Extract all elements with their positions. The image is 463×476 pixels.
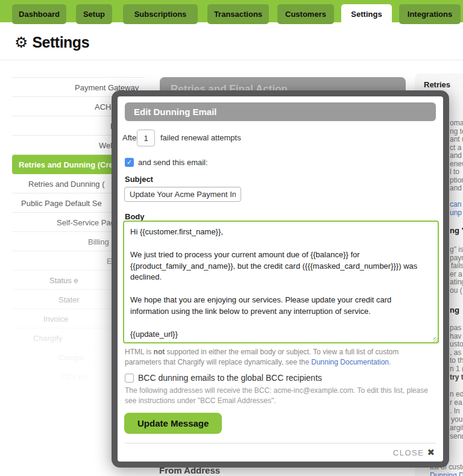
help-text-fragment: ating — [450, 278, 463, 286]
body-textarea[interactable]: Hi {{customer.first_name}}, We just trie… — [123, 221, 439, 343]
sidebar-item-label: CSV Ex — [60, 372, 88, 381]
help-text-fragment: omat — [450, 119, 463, 127]
help-text-fragment: er a — [450, 270, 462, 278]
help-text-fragment: and — [450, 184, 462, 192]
help-link-fragment[interactable]: unp — [450, 208, 462, 217]
help-text-fragment: hav — [450, 332, 461, 340]
subject-input[interactable] — [124, 187, 241, 202]
close-x-icon: ✖ — [427, 447, 435, 457]
sidebar-item-label: Invoice — [43, 315, 68, 324]
help-text-fragment: fails — [451, 261, 463, 270]
sidebar-item-label: Chargify — [33, 334, 62, 343]
send-email-label: and send this email: — [138, 158, 208, 167]
help-text-fragment: ng te — [450, 127, 463, 136]
sidebar-item-label: Public Page Default Se — [21, 199, 102, 208]
dunning-documentation-link[interactable]: Dunning Documentation — [311, 358, 389, 366]
close-label: CLOSE — [393, 448, 424, 457]
help-text-fragment: paym — [450, 254, 463, 262]
nav-tab-transactions[interactable]: Transactions — [207, 4, 269, 24]
update-message-button[interactable]: Update Message — [124, 413, 222, 434]
help-text-fragment: ng " — [450, 226, 463, 235]
help-text-fragment: ct a — [450, 143, 461, 152]
nav-tab-dashboard[interactable]: Dashboard — [12, 4, 66, 24]
bcc-checkbox[interactable] — [125, 374, 134, 383]
check-icon: ✓ — [127, 158, 132, 166]
help-text-fragment: g" is — [450, 245, 463, 254]
help-text-fragment: l to — [450, 168, 459, 176]
help-text-fragment: . In — [450, 407, 460, 415]
modal-close-button[interactable]: CLOSE✖ — [393, 447, 435, 458]
nav-tab-settings[interactable]: Settings — [341, 4, 392, 27]
title-divider — [0, 60, 463, 60]
sidebar-item-label: Billing — [88, 237, 109, 246]
help-text-fragment: try t — [450, 373, 463, 381]
sidebar-item-label: Status e — [49, 276, 78, 285]
sidebar-item-label: Stater — [58, 295, 80, 304]
help-text-fragment: n 1 ( — [450, 365, 463, 373]
body-label: Body — [125, 212, 145, 221]
help-text-fragment: ng — [450, 305, 459, 315]
help-text-fragment: ou ( — [450, 286, 462, 295]
help-text-fragment: ant u — [450, 135, 463, 143]
bcc-note: The following addresses will receive the… — [125, 386, 430, 406]
modal-title: Edit Dunning Email — [125, 102, 436, 121]
html-note: HTML is not supported in either the emai… — [125, 347, 433, 368]
page-title-text: Settings — [32, 34, 89, 51]
page-title: ⚙ Settings — [14, 34, 89, 51]
help-link-fragment[interactable]: can — [450, 200, 461, 208]
help-text-fragment: r ea — [450, 398, 462, 407]
sidebar-item-label: Retries and Dunning (Credit — [19, 160, 123, 169]
html-note-bold: not — [154, 348, 165, 356]
textarea-resize-grip[interactable] — [433, 337, 439, 343]
nav-tab-customers[interactable]: Customers — [277, 4, 334, 24]
help-text-fragment: argif — [450, 424, 463, 432]
html-note-pre: HTML is — [125, 348, 154, 356]
help-text-fragment: enew — [450, 160, 463, 168]
attempts-suffix-label: failed renewal attempts — [160, 133, 241, 142]
help-text-fragment: n edi — [450, 390, 463, 398]
modal-footer-divider — [125, 443, 436, 443]
subject-label: Subject — [125, 175, 153, 184]
help-text-fragment: usto — [450, 340, 463, 348]
sidebar-item-label: Retries and Dunning ( — [28, 180, 104, 189]
chargify-settings-page: DashboardSetupSubscriptionsTransactionsC… — [0, 0, 463, 476]
gear-icon: ⚙ — [14, 35, 28, 50]
bcc-label: BCC dunning emails to the global BCC rec… — [138, 373, 322, 383]
help-text-fragment: pas — [450, 324, 461, 332]
send-email-checkbox[interactable]: ✓ — [125, 158, 134, 167]
help-link-fragment[interactable]: Dunning Do — [430, 471, 463, 476]
edit-dunning-email-modal: Edit Dunning Email After failed renewal … — [112, 90, 449, 468]
help-text-fragment: send — [450, 432, 463, 440]
help-text-fragment: you — [451, 415, 462, 424]
nav-tab-setup[interactable]: Setup — [76, 4, 112, 24]
help-panel-title: Retries — [424, 80, 450, 89]
nav-tab-integrations[interactable]: Integrations — [399, 4, 461, 24]
html-note-post: . — [389, 358, 391, 366]
help-text-fragment: and — [450, 151, 462, 160]
help-text-fragment: to th — [450, 356, 463, 365]
nav-tab-subscriptions[interactable]: Subscriptions — [123, 4, 198, 24]
help-text-fragment: , as — [450, 348, 461, 357]
sidebar-item-label: Self-Service Page — [57, 218, 119, 227]
help-text-fragment: ption — [450, 176, 463, 184]
failed-attempts-input[interactable] — [137, 130, 155, 146]
sidebar-item-label: Compo — [58, 353, 84, 362]
